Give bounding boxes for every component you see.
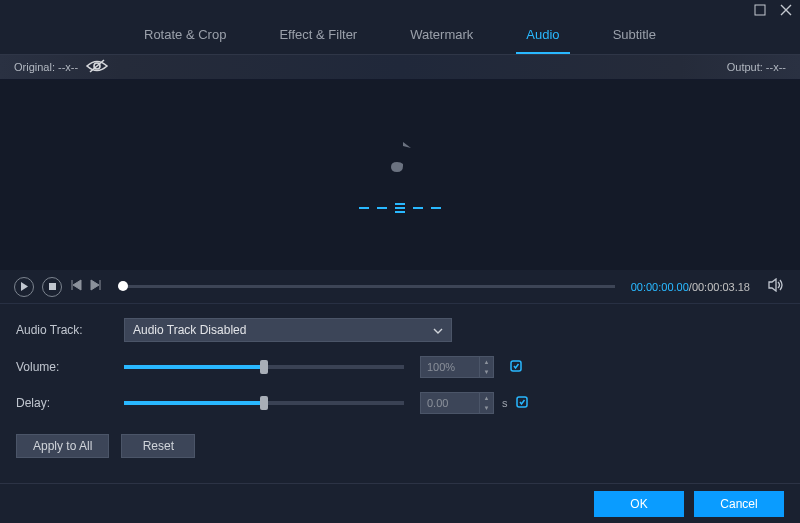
svg-rect-5	[517, 397, 527, 407]
close-icon[interactable]	[780, 4, 792, 16]
svg-rect-3	[49, 283, 56, 290]
tab-audio[interactable]: Audio	[522, 21, 563, 48]
volume-slider[interactable]	[124, 365, 404, 369]
delay-step-down[interactable]: ▼	[480, 403, 493, 413]
preview-area	[0, 80, 800, 270]
delay-label: Delay:	[16, 396, 124, 410]
original-dimensions-label: Original: --x--	[14, 61, 78, 73]
reset-button[interactable]: Reset	[121, 434, 195, 458]
audio-track-label: Audio Track:	[16, 323, 124, 337]
delay-unit: s	[502, 397, 508, 409]
delay-slider[interactable]	[124, 401, 404, 405]
volume-reset-icon[interactable]	[508, 358, 524, 377]
volume-step-down[interactable]: ▼	[480, 367, 493, 377]
tab-effect-filter[interactable]: Effect & Filter	[275, 21, 361, 48]
svg-rect-0	[755, 5, 765, 15]
volume-step-up[interactable]: ▲	[480, 357, 493, 367]
delay-reset-icon[interactable]	[514, 394, 530, 413]
music-note-icon	[385, 138, 415, 181]
preview-toggle-icon[interactable]	[86, 59, 108, 75]
tab-rotate-crop[interactable]: Rotate & Crop	[140, 21, 230, 48]
next-button[interactable]	[90, 279, 102, 294]
svg-rect-4	[511, 361, 521, 371]
volume-label: Volume:	[16, 360, 124, 374]
play-button[interactable]	[14, 277, 34, 297]
time-display: 00:00:00.00/00:00:03.18	[631, 281, 750, 293]
chevron-down-icon	[433, 323, 443, 337]
volume-icon[interactable]	[768, 278, 784, 295]
stop-button[interactable]	[42, 277, 62, 297]
audio-track-select[interactable]: Audio Track Disabled	[124, 318, 452, 342]
ok-button[interactable]: OK	[594, 491, 684, 517]
seek-slider[interactable]	[118, 285, 615, 288]
output-dimensions-label: Output: --x--	[727, 61, 786, 73]
volume-input[interactable]: 100% ▲ ▼	[420, 356, 494, 378]
delay-step-up[interactable]: ▲	[480, 393, 493, 403]
apply-to-all-button[interactable]: Apply to All	[16, 434, 109, 458]
minimize-icon[interactable]	[754, 4, 766, 16]
tab-subtitle[interactable]: Subtitle	[609, 21, 660, 48]
equalizer-icon	[359, 203, 441, 213]
cancel-button[interactable]: Cancel	[694, 491, 784, 517]
tab-watermark[interactable]: Watermark	[406, 21, 477, 48]
previous-button[interactable]	[70, 279, 82, 294]
delay-input[interactable]: 0.00 ▲ ▼	[420, 392, 494, 414]
